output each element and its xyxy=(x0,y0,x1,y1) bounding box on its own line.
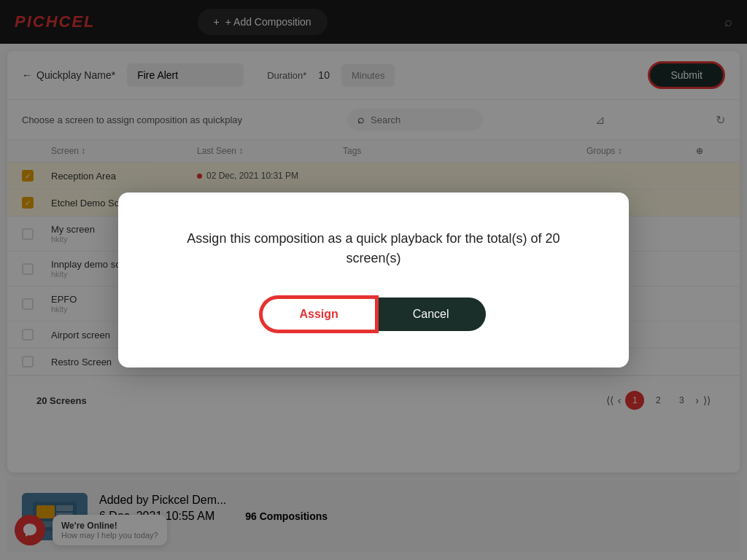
cancel-button[interactable]: Cancel xyxy=(376,298,486,331)
modal-overlay: Assign this composition as a quick playb… xyxy=(0,0,747,560)
confirm-modal: Assign this composition as a quick playb… xyxy=(118,192,629,368)
assign-button[interactable]: Assign xyxy=(261,298,376,331)
modal-buttons: Assign Cancel xyxy=(261,298,485,331)
modal-message: Assign this composition as a quick playb… xyxy=(162,229,585,268)
